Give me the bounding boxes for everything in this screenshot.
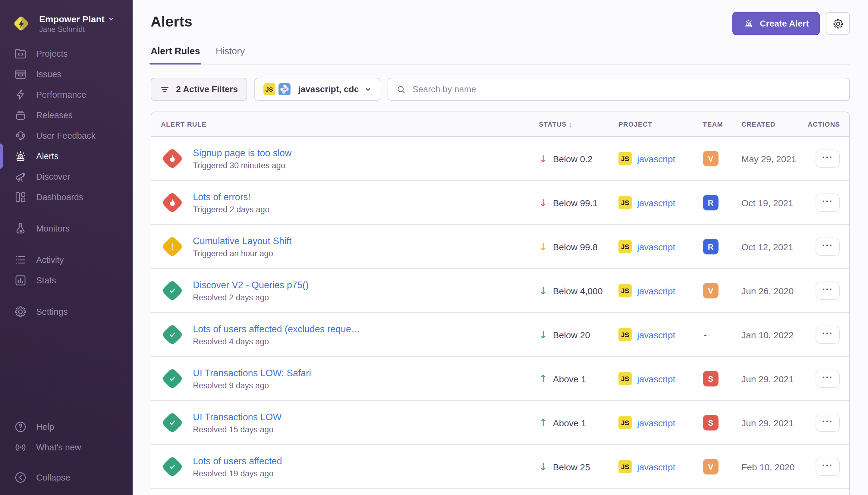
settings-button[interactable] xyxy=(826,12,850,35)
search-input[interactable] xyxy=(413,84,841,94)
project-link[interactable]: javascript xyxy=(637,241,675,252)
created-date: Oct 12, 2021 xyxy=(742,241,808,252)
project-link[interactable]: javascript xyxy=(637,374,675,384)
flask-icon xyxy=(14,222,27,235)
sidebar-item-activity[interactable]: Activity xyxy=(0,250,133,270)
team-badge: V xyxy=(703,283,718,298)
project-selector[interactable]: JS javascript, cdc xyxy=(254,78,381,101)
search-icon xyxy=(396,84,406,95)
alert-rule-link[interactable]: Discover V2 - Queries p75() xyxy=(193,279,309,290)
created-date: Jun 29, 2021 xyxy=(742,417,808,428)
project-link[interactable]: javascript xyxy=(637,286,675,296)
filter-icon xyxy=(160,84,170,95)
created-date: Jun 29, 2021 xyxy=(742,374,808,384)
sidebar-item-whats-new[interactable]: What's new xyxy=(0,437,133,458)
alert-rule-subtext: Resolved 2 days ago xyxy=(193,293,309,302)
alert-rule-link[interactable]: Lots of users affected (excludes reque… xyxy=(193,323,361,334)
alert-rule-link[interactable]: UI Transactions LOW xyxy=(193,411,282,422)
python-icon xyxy=(278,83,290,95)
alert-rule-link[interactable]: Cumulative Layout Shift xyxy=(193,236,292,246)
created-date: Oct 19, 2021 xyxy=(742,198,808,208)
row-actions-button[interactable]: ··· xyxy=(816,193,840,211)
sidebar-item-alerts[interactable]: Alerts xyxy=(0,146,133,166)
status-value: Below 99.1 xyxy=(553,198,598,208)
sidebar-item-dashboards[interactable]: Dashboards xyxy=(0,187,133,207)
create-alert-button[interactable]: Create Alert xyxy=(733,12,820,35)
status-value: Below 0.2 xyxy=(553,153,593,164)
broadcast-icon xyxy=(14,441,27,454)
row-actions-button[interactable]: ··· xyxy=(816,238,840,256)
project-link[interactable]: javascript xyxy=(637,462,675,472)
trend-arrow-icon: ↑ xyxy=(539,374,548,384)
alert-rule-link[interactable]: Lots of users affected xyxy=(193,456,282,466)
row-actions-button[interactable]: ··· xyxy=(816,281,840,300)
siren-icon xyxy=(14,150,27,163)
sidebar-item-projects[interactable]: Projects xyxy=(0,44,133,64)
alert-rule-link[interactable]: Signup page is too slow xyxy=(193,148,292,158)
table-row: Discover V2 - Queries p75() Resolved 2 d… xyxy=(151,269,849,313)
status-value: Below 4,000 xyxy=(553,286,603,296)
user-name: Jane Schmidt xyxy=(39,25,115,33)
org-switcher[interactable]: Empower Plant Jane Schmidt xyxy=(0,8,133,44)
archive-icon xyxy=(14,108,27,122)
alert-rule-link[interactable]: Lots of errors! xyxy=(193,191,270,202)
alert-rule-link[interactable]: UI Transactions LOW: Safari xyxy=(193,368,311,378)
alert-severity-icon xyxy=(161,147,184,170)
chevron-down-icon xyxy=(365,86,371,92)
column-header-team[interactable]: Team xyxy=(703,121,742,128)
project-link[interactable]: javascript xyxy=(637,417,675,428)
project-link[interactable]: javascript xyxy=(637,329,675,340)
sort-arrow-icon: ↓ xyxy=(569,120,572,129)
javascript-icon: JS xyxy=(619,196,632,209)
sidebar-item-help[interactable]: Help xyxy=(0,416,133,437)
collapse-circle-icon xyxy=(14,471,27,484)
sidebar-collapse-button[interactable]: Collapse xyxy=(0,467,133,488)
table-row: Lots of users affected Resolved 19 days … xyxy=(151,445,849,489)
sidebar-item-stats[interactable]: Stats xyxy=(0,270,133,291)
table-row: Signup page is too slow Triggered 30 min… xyxy=(151,137,849,181)
sidebar-item-performance[interactable]: Performance xyxy=(0,84,133,105)
list-icon xyxy=(14,253,27,267)
javascript-icon: JS xyxy=(619,240,632,253)
active-filters-button[interactable]: 2 Active Filters xyxy=(151,78,247,101)
javascript-icon: JS xyxy=(263,83,275,95)
alert-rules-table: Alert Rule Status↓ Project Team Created … xyxy=(151,112,850,495)
row-actions-button[interactable]: ··· xyxy=(816,370,840,388)
created-date: Jun 26, 2020 xyxy=(742,286,808,296)
row-actions-button[interactable]: ··· xyxy=(816,414,840,432)
sidebar-item-monitors[interactable]: Monitors xyxy=(0,218,133,239)
alert-rule-subtext: Resolved 9 days ago xyxy=(193,381,311,390)
row-actions-button[interactable]: ··· xyxy=(816,458,840,476)
sidebar-item-releases[interactable]: Releases xyxy=(0,105,133,125)
javascript-icon: JS xyxy=(619,328,632,341)
status-value: Above 1 xyxy=(553,417,586,428)
project-link[interactable]: javascript xyxy=(637,153,675,164)
alert-severity-icon xyxy=(161,455,184,478)
status-value: Below 25 xyxy=(553,462,590,472)
column-header-alert-rule[interactable]: Alert Rule xyxy=(161,121,539,128)
siren-icon xyxy=(744,18,754,29)
javascript-icon: JS xyxy=(619,460,632,473)
alert-severity-icon xyxy=(161,191,184,214)
search-box xyxy=(388,78,850,101)
table-row: Cumulative Layout Shift Triggered an hou… xyxy=(151,225,849,269)
project-link[interactable]: javascript xyxy=(637,198,675,208)
main-content: Alerts Create Alert Alert Rules History … xyxy=(133,0,868,495)
row-actions-button[interactable]: ··· xyxy=(816,326,840,344)
help-icon xyxy=(14,420,27,433)
sidebar-item-settings[interactable]: Settings xyxy=(0,302,133,322)
column-header-created[interactable]: Created xyxy=(742,121,808,128)
sidebar: Empower Plant Jane Schmidt Projects Issu… xyxy=(0,0,133,495)
tab-history[interactable]: History xyxy=(216,46,245,64)
sidebar-item-issues[interactable]: Issues xyxy=(0,64,133,84)
sidebar-item-discover[interactable]: Discover xyxy=(0,166,133,187)
alert-severity-icon xyxy=(161,367,184,390)
sidebar-item-user-feedback[interactable]: User Feedback xyxy=(0,125,133,146)
row-actions-button[interactable]: ··· xyxy=(816,150,840,168)
team-badge: R xyxy=(703,195,718,210)
alert-severity-icon xyxy=(161,279,184,302)
column-header-project[interactable]: Project xyxy=(619,121,703,128)
tab-alert-rules[interactable]: Alert Rules xyxy=(151,46,200,64)
alert-severity-icon xyxy=(161,411,184,434)
column-header-status[interactable]: Status↓ xyxy=(539,120,619,129)
